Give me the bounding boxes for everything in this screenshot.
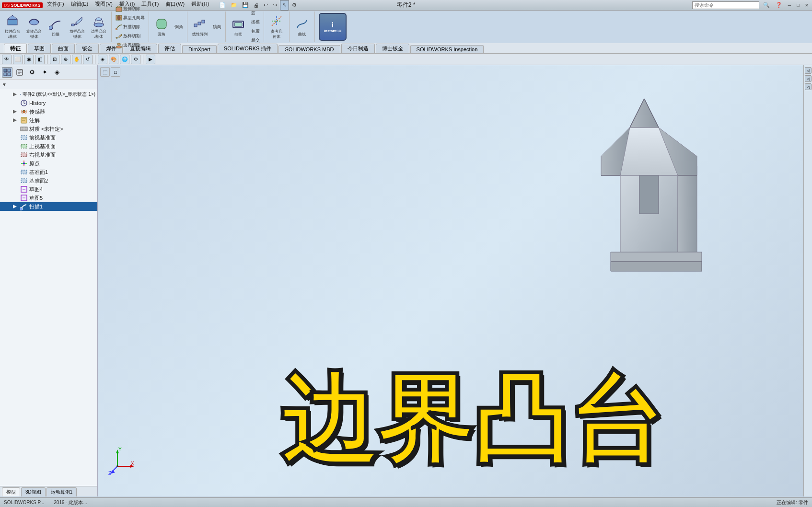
pattern-group: 线性阵列 镜向 <box>189 12 226 42</box>
tool-sweep[interactable]: 扫描 <box>45 13 66 41</box>
more-btn[interactable]: ▶ <box>146 55 155 64</box>
tool-extrude-boss[interactable]: 拉伸凸台/基体 <box>2 13 23 41</box>
minimize-btn[interactable]: ─ <box>786 2 793 9</box>
tree-front-plane[interactable]: 前视基准面 <box>0 133 97 142</box>
tab-dimxpert[interactable]: DimXpert <box>182 45 217 53</box>
tool-chamfer[interactable]: 倒角 <box>173 23 185 31</box>
tree-material[interactable]: 材质 <未指定> <box>0 125 97 133</box>
tree-top-plane[interactable]: 上视基准面 <box>0 142 97 150</box>
toolbar-select[interactable]: ↖ <box>280 0 289 11</box>
tool-hole-wizard[interactable]: 异型孔向导 <box>114 13 147 22</box>
hide-show-btn[interactable]: ◈ <box>98 55 107 64</box>
tool-boundary-cut[interactable]: 边界切除 <box>114 41 147 49</box>
menu-window[interactable]: 窗口(W) <box>163 0 187 11</box>
tool-rib[interactable]: 筋 <box>249 9 262 18</box>
tree-plane2[interactable]: 基准面2 <box>0 176 97 185</box>
tool-linear-pattern[interactable]: 线性阵列 <box>189 13 210 41</box>
overlay-text: 边界凸台 <box>141 372 802 468</box>
view-split-btn[interactable]: □ <box>111 67 120 77</box>
right-hint-3[interactable]: ◁ <box>805 83 812 90</box>
tree-sketch5[interactable]: 草图5 <box>0 194 97 202</box>
tab-sw-inspection[interactable]: SOLIDWORKS Inspection <box>410 45 484 53</box>
pan-btn[interactable]: ✋ <box>72 55 81 64</box>
toolbar-open[interactable]: 📁 <box>229 0 239 11</box>
scene-btn[interactable]: 🌐 <box>120 55 129 64</box>
toolbar-undo[interactable]: ↩ <box>262 0 270 11</box>
tree-history[interactable]: History <box>0 99 97 107</box>
help-btn[interactable]: ❓ <box>774 0 784 11</box>
section-view-btn[interactable]: ⬜ <box>13 55 23 64</box>
tree-sensor[interactable]: 传感器 <box>0 107 97 116</box>
tab-3dview[interactable]: 3D视图 <box>21 487 46 496</box>
menu-edit[interactable]: 编辑(E) <box>69 0 91 11</box>
svg-marker-38 <box>13 92 17 96</box>
tool-boundary[interactable]: 边界凸台/基体 <box>88 13 109 41</box>
tool-extrude-cut[interactable]: 拉伸切除 <box>114 4 147 13</box>
tree-sketch4[interactable]: 草图4 <box>0 185 97 194</box>
instant3d-button[interactable]: i Instant3D <box>319 13 347 41</box>
menu-file[interactable]: 文件(F) <box>45 0 67 11</box>
tab-model[interactable]: 模型 <box>2 487 20 496</box>
tool-ref-geom[interactable]: 参考几何体 <box>266 13 287 41</box>
toolbar-new[interactable]: 📄 <box>217 0 228 11</box>
svg-rect-57 <box>21 170 27 174</box>
front-plane-label: 前视基准面 <box>29 134 56 141</box>
tab-phd-metal[interactable]: 博士钣金 <box>376 44 409 53</box>
zoom-area-btn[interactable]: ⊕ <box>61 55 70 64</box>
panel-dim-icon[interactable]: ✦ <box>39 67 50 78</box>
tab-motion[interactable]: 运动算例1 <box>46 487 77 496</box>
view-orient-btn[interactable]: ◉ <box>24 55 34 64</box>
tab-sw-mbd[interactable]: SOLIDWORKS MBD <box>278 45 340 53</box>
menu-view[interactable]: 视图(V) <box>93 0 115 11</box>
tab-sw-plugins[interactable]: SOLIDWORKS 插件 <box>218 44 278 53</box>
tool-curves[interactable]: 曲线 <box>291 13 313 41</box>
view-setting2-btn[interactable]: ⚙ <box>131 55 140 64</box>
toolbar-options[interactable]: ⚙ <box>290 0 299 11</box>
search-btn[interactable]: 🔍 <box>761 0 772 11</box>
zoom-fit-btn[interactable]: ⊡ <box>50 55 59 64</box>
3d-viewport[interactable]: ⬚ □ <box>98 65 812 496</box>
display-style-btn[interactable]: ◧ <box>35 55 45 64</box>
tab-sheet-metal[interactable]: 钣金 <box>76 44 99 53</box>
tab-sketch[interactable]: 草图 <box>28 44 51 53</box>
tool-loft[interactable]: 放样凸台/基体 <box>67 13 88 41</box>
tree-expand-icon <box>11 91 19 98</box>
sketch5-label: 草图5 <box>29 195 43 202</box>
toolbar-redo[interactable]: ↪ <box>271 0 279 11</box>
tool-wrap[interactable]: 包覆 <box>249 27 262 36</box>
panel-config-icon[interactable]: ⚙ <box>27 67 37 78</box>
tab-surface[interactable]: 曲面 <box>52 44 75 53</box>
panel-property-icon[interactable] <box>14 67 25 78</box>
menu-help[interactable]: 帮助(H) <box>189 0 211 11</box>
tool-mirror[interactable]: 镜向 <box>211 23 223 31</box>
search-input[interactable] <box>692 1 759 9</box>
right-hint-1[interactable]: ◁ <box>805 67 812 74</box>
tab-evaluate[interactable]: 评估 <box>158 44 181 53</box>
tree-origin[interactable]: 原点 <box>0 159 97 168</box>
tree-sweep1[interactable]: 扫描1 <box>0 202 97 211</box>
tool-intersect[interactable]: 相交 <box>249 36 262 45</box>
tree-root[interactable]: 零件2 (默认<<默认>_显示状态 1>) <box>0 90 97 99</box>
fillet-icon <box>155 17 168 31</box>
panel-display-icon[interactable]: ◈ <box>52 67 62 78</box>
tool-shell[interactable]: 抽壳 <box>228 13 249 41</box>
tool-sweep-cut[interactable]: 扫描切除 <box>114 23 147 31</box>
sensor-label: 传感器 <box>29 108 45 115</box>
tree-notes[interactable]: 注解 <box>0 116 97 125</box>
tool-loft-cut[interactable]: 放样切割 <box>114 32 147 40</box>
rotate-btn[interactable]: ↺ <box>83 55 93 64</box>
tab-today-mfg[interactable]: 今日制造 <box>341 44 375 53</box>
tool-revolve-boss[interactable]: 旋转凸台/基体 <box>23 13 45 41</box>
close-btn[interactable]: ✕ <box>803 2 810 9</box>
maximize-btn[interactable]: □ <box>795 2 801 9</box>
edit-appearance-btn[interactable]: 🎨 <box>109 55 118 64</box>
view-layout-btn[interactable]: ⬚ <box>100 67 110 77</box>
right-hint-2[interactable]: ◁ <box>805 75 812 82</box>
view-settings-btn[interactable]: 👁 <box>2 55 12 64</box>
tab-features[interactable]: 特征 <box>4 44 27 53</box>
tree-plane1[interactable]: 基准面1 <box>0 168 97 176</box>
tool-fillet[interactable]: 圆角 <box>151 13 172 41</box>
tool-draft[interactable]: 拔模 <box>249 18 262 27</box>
panel-feature-tree-icon[interactable] <box>2 67 12 78</box>
tree-right-plane[interactable]: 右视基准面 <box>0 150 97 159</box>
